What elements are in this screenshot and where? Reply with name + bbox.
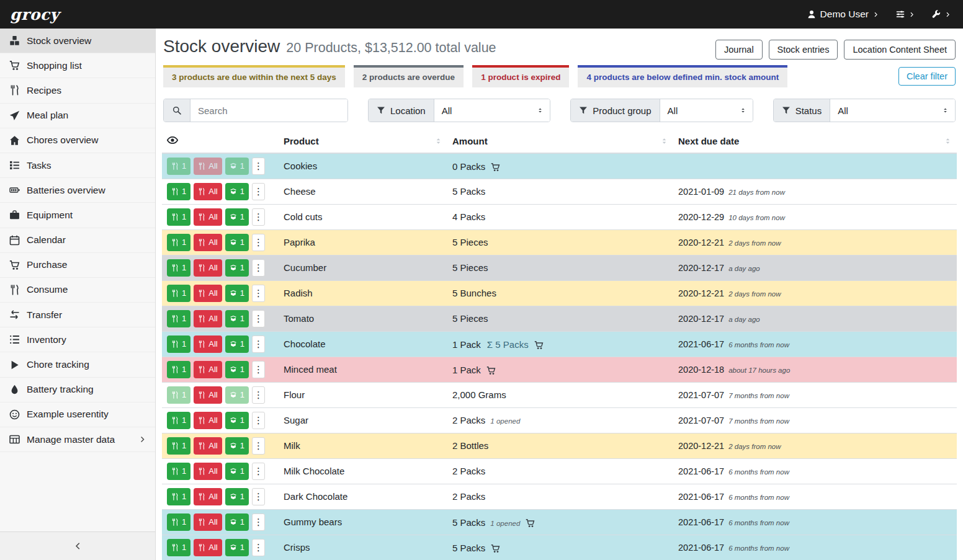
consume-one-button[interactable]: 1	[167, 285, 190, 302]
row-menu-button[interactable]: ⋮	[252, 234, 265, 251]
consume-one-button[interactable]: 1	[167, 158, 190, 175]
row-menu-button[interactable]: ⋮	[252, 183, 265, 200]
consume-all-button[interactable]: All	[194, 437, 222, 455]
consume-one-button[interactable]: 1	[167, 208, 190, 226]
consume-one-button[interactable]: 1	[167, 539, 190, 556]
consume-one-button[interactable]: 1	[167, 361, 190, 378]
open-one-button[interactable]: 1	[225, 539, 249, 556]
open-one-button[interactable]: 1	[225, 285, 249, 302]
consume-all-button[interactable]: All	[194, 386, 222, 404]
open-one-button[interactable]: 1	[225, 437, 249, 455]
row-menu-button[interactable]: ⋮	[252, 158, 265, 175]
row-menu-button[interactable]: ⋮	[252, 539, 265, 556]
consume-all-button[interactable]: All	[194, 361, 222, 378]
location-select[interactable]: All	[434, 99, 550, 122]
row-menu-button[interactable]: ⋮	[252, 412, 265, 429]
sidebar-item-tasks[interactable]: Tasks	[0, 153, 155, 178]
col-next-due-date[interactable]: Next due date	[673, 131, 957, 153]
row-menu-button[interactable]: ⋮	[252, 361, 265, 378]
consume-one-button[interactable]: 1	[167, 310, 190, 327]
col-product[interactable]: Product	[279, 131, 447, 153]
consume-one-button[interactable]: 1	[167, 336, 190, 353]
open-one-button[interactable]: 1	[225, 386, 249, 404]
sidebar-item-example-userentity[interactable]: Example userentity	[0, 402, 155, 427]
sidebar-item-meal-plan[interactable]: Meal plan	[0, 104, 155, 128]
open-one-button[interactable]: 1	[225, 361, 249, 378]
row-menu-button[interactable]: ⋮	[252, 208, 265, 226]
status-chip[interactable]: 2 products are overdue	[354, 65, 464, 87]
consume-all-button[interactable]: All	[194, 285, 222, 302]
row-menu-button[interactable]: ⋮	[252, 285, 265, 302]
row-menu-button[interactable]: ⋮	[252, 488, 265, 505]
sort-icon[interactable]	[434, 137, 442, 145]
open-one-button[interactable]: 1	[225, 412, 249, 429]
status-select[interactable]: All	[830, 99, 955, 122]
eye-icon[interactable]	[167, 135, 178, 146]
consume-all-button[interactable]: All	[194, 208, 222, 226]
sidebar-item-equipment[interactable]: Equipment	[0, 203, 155, 228]
consume-all-button[interactable]: All	[194, 259, 222, 277]
open-one-button[interactable]: 1	[225, 234, 249, 251]
sidebar-item-inventory[interactable]: Inventory	[0, 327, 155, 352]
sidebar-collapse-button[interactable]	[0, 531, 155, 560]
consume-all-button[interactable]: All	[194, 412, 222, 429]
app-logo[interactable]: grocy	[10, 6, 60, 24]
col-visibility[interactable]	[162, 131, 279, 153]
sidebar-item-transfer[interactable]: Transfer	[0, 303, 155, 327]
open-one-button[interactable]: 1	[225, 488, 249, 505]
sidebar-item-consume[interactable]: Consume	[0, 278, 155, 303]
row-menu-button[interactable]: ⋮	[252, 463, 265, 480]
sidebar-item-battery-tracking[interactable]: Battery tracking	[0, 378, 155, 402]
consume-all-button[interactable]: All	[194, 539, 222, 556]
open-one-button[interactable]: 1	[225, 208, 249, 226]
sort-icon[interactable]	[944, 137, 952, 145]
consume-all-button[interactable]: All	[194, 310, 222, 327]
open-one-button[interactable]: 1	[225, 310, 249, 327]
consume-all-button[interactable]: All	[194, 183, 222, 200]
sidebar-item-manage-master-data[interactable]: Manage master data	[0, 427, 155, 452]
row-menu-button[interactable]: ⋮	[252, 336, 265, 353]
open-one-button[interactable]: 1	[225, 513, 249, 531]
journal-button[interactable]: Journal	[715, 40, 763, 60]
row-menu-button[interactable]: ⋮	[252, 437, 265, 455]
clear-filter-button[interactable]: Clear filter	[898, 67, 956, 86]
sort-icon[interactable]	[660, 137, 668, 145]
row-menu-button[interactable]: ⋮	[252, 259, 265, 277]
consume-all-button[interactable]: All	[194, 336, 222, 353]
search-input[interactable]	[190, 99, 347, 122]
consume-all-button[interactable]: All	[194, 158, 222, 175]
consume-one-button[interactable]: 1	[167, 488, 190, 505]
consume-one-button[interactable]: 1	[167, 513, 190, 531]
sidebar-item-shopping-list[interactable]: Shopping list	[0, 53, 155, 78]
row-menu-button[interactable]: ⋮	[252, 513, 265, 531]
status-chip[interactable]: 1 product is expired	[472, 65, 569, 87]
status-chip[interactable]: 3 products are due within the next 5 day…	[163, 65, 345, 87]
consume-one-button[interactable]: 1	[167, 234, 190, 251]
row-menu-button[interactable]: ⋮	[252, 386, 265, 404]
location-content-sheet-button[interactable]: Location Content Sheet	[844, 40, 956, 60]
sidebar-item-stock-overview[interactable]: Stock overview	[0, 29, 155, 53]
settings-menu[interactable]	[896, 10, 915, 19]
open-one-button[interactable]: 1	[225, 158, 249, 175]
row-menu-button[interactable]: ⋮	[252, 310, 265, 327]
consume-all-button[interactable]: All	[194, 513, 222, 531]
sidebar-item-chores-overview[interactable]: Chores overview	[0, 128, 155, 153]
consume-one-button[interactable]: 1	[167, 463, 190, 480]
consume-one-button[interactable]: 1	[167, 259, 190, 277]
sidebar-item-batteries-overview[interactable]: Batteries overview	[0, 178, 155, 203]
col-amount[interactable]: Amount	[447, 131, 673, 153]
consume-one-button[interactable]: 1	[167, 412, 190, 429]
stock-entries-button[interactable]: Stock entries	[769, 40, 838, 60]
consume-all-button[interactable]: All	[194, 234, 222, 251]
user-menu[interactable]: Demo User	[807, 9, 879, 20]
sidebar-item-recipes[interactable]: Recipes	[0, 78, 155, 103]
open-one-button[interactable]: 1	[225, 183, 249, 200]
consume-all-button[interactable]: All	[194, 488, 222, 505]
open-one-button[interactable]: 1	[225, 463, 249, 480]
open-one-button[interactable]: 1	[225, 259, 249, 277]
sidebar-item-chore-tracking[interactable]: Chore tracking	[0, 352, 155, 377]
product-group-select[interactable]: All	[660, 99, 753, 122]
consume-all-button[interactable]: All	[194, 463, 222, 480]
status-chip[interactable]: 4 products are below defined min. stock …	[578, 65, 787, 87]
admin-menu[interactable]	[932, 10, 951, 19]
